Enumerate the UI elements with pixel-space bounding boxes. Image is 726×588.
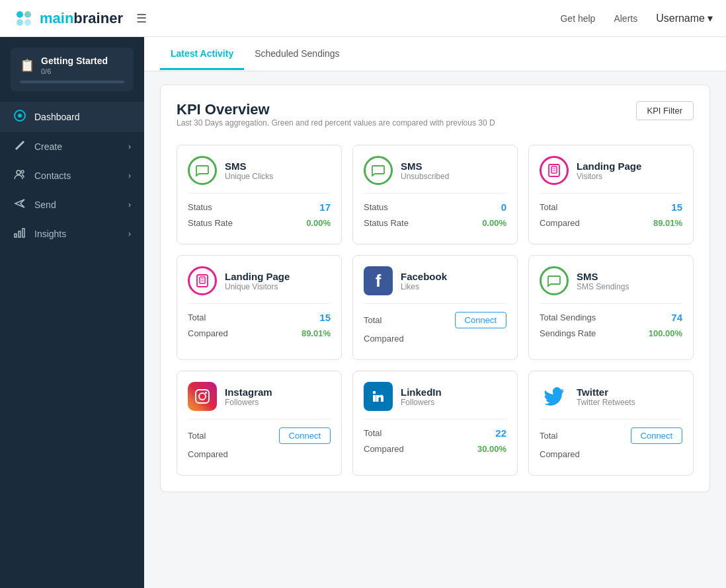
kpi-card-landing-page-unique: Landing Page Unique Visitors Total 15 Co… xyxy=(177,255,342,360)
kpi-value-total: 15 xyxy=(671,202,682,213)
kpi-card-sms-unique-clicks: SMS Unique Clicks Status 17 Status Rate … xyxy=(177,145,342,244)
contacts-icon xyxy=(13,169,26,182)
kpi-row-label: Compared xyxy=(540,218,580,228)
logo-icon xyxy=(13,8,34,29)
sidebar-item-create-label: Create xyxy=(34,141,120,152)
sidebar-item-dashboard[interactable]: Dashboard xyxy=(0,102,144,132)
kpi-value-compared: 89.01% xyxy=(653,218,682,228)
kpi-row-label: Total Sendings xyxy=(540,312,596,322)
kpi-card-name: LinkedIn xyxy=(401,386,442,398)
connect-button[interactable]: Connect xyxy=(279,427,331,444)
getting-started-section: 📋 Getting Started 0/6 xyxy=(0,37,144,96)
kpi-row: Total 22 xyxy=(364,427,506,439)
svg-point-0 xyxy=(17,11,23,18)
get-help-link[interactable]: Get help xyxy=(560,13,595,24)
kpi-row-label: Total xyxy=(188,312,206,322)
sms-icon xyxy=(540,266,569,295)
kpi-card-type: SMS Sendings xyxy=(577,282,629,291)
kpi-card-header: SMS Unique Clicks xyxy=(188,156,331,194)
kpi-card-name: Facebook xyxy=(401,271,447,282)
connect-button[interactable]: Connect xyxy=(631,427,682,444)
sidebar-item-send[interactable]: Send › xyxy=(0,190,144,219)
kpi-card-header: SMS Unsubscribed xyxy=(364,156,506,194)
kpi-card-header: Landing Page Visitors xyxy=(540,156,682,194)
landing-page-icon xyxy=(188,266,217,295)
sidebar-item-insights[interactable]: Insights › xyxy=(0,219,144,248)
kpi-value-compared: 30.00% xyxy=(477,444,506,454)
kpi-card-name: SMS xyxy=(401,161,449,172)
kpi-card-type: Followers xyxy=(401,398,442,407)
kpi-card-linkedin-followers: LinkedIn Followers Total 22 Compared 30.… xyxy=(352,371,518,476)
username-menu[interactable]: Username ▾ xyxy=(656,12,713,24)
kpi-filter-button[interactable]: KPI Filter xyxy=(636,101,694,120)
getting-started-box[interactable]: 📋 Getting Started 0/6 xyxy=(11,48,134,91)
kpi-row: Status 17 xyxy=(188,202,331,213)
getting-started-progress: 0/6 xyxy=(41,67,108,75)
alerts-link[interactable]: Alerts xyxy=(614,13,637,24)
kpi-card-header: Instagram Followers xyxy=(188,382,331,420)
connect-button[interactable]: Connect xyxy=(455,312,506,328)
linkedin-icon xyxy=(364,382,393,411)
contacts-arrow-icon: › xyxy=(128,171,131,180)
svg-rect-9 xyxy=(19,231,20,237)
kpi-card-header: Twitter Twitter Retweets xyxy=(540,382,682,420)
kpi-row-label: Total xyxy=(364,428,382,438)
kpi-card-name: Instagram xyxy=(225,386,272,398)
kpi-card-type: Unique Clicks xyxy=(225,172,273,181)
kpi-row: Compared xyxy=(188,449,331,459)
hamburger-icon[interactable]: ☰ xyxy=(136,11,147,26)
progress-bar-track xyxy=(20,81,124,83)
kpi-row: Compared 89.01% xyxy=(188,328,331,338)
topnav-right: Get help Alerts Username ▾ xyxy=(560,12,713,24)
svg-point-1 xyxy=(24,11,31,18)
svg-rect-12 xyxy=(551,166,557,173)
create-icon xyxy=(13,140,26,153)
kpi-row: Sendings Rate 100.00% xyxy=(540,328,682,338)
tab-scheduled-sendings[interactable]: Scheduled Sendings xyxy=(244,39,350,70)
svg-rect-15 xyxy=(196,390,209,403)
kpi-value-total: 15 xyxy=(319,312,331,323)
svg-point-3 xyxy=(24,19,31,26)
svg-point-7 xyxy=(21,170,24,173)
landing-page-icon xyxy=(540,156,569,185)
kpi-card-type: Visitors xyxy=(577,172,641,181)
kpi-row-label: Total xyxy=(540,431,557,441)
kpi-card-sms-sendings: SMS SMS Sendings Total Sendings 74 Sendi… xyxy=(528,255,694,360)
kpi-card-type: Twitter Retweets xyxy=(577,398,635,407)
sidebar-item-insights-label: Insights xyxy=(34,229,120,239)
kpi-subtitle: Last 30 Days aggregation. Green and red … xyxy=(177,118,495,128)
main-content: Latest Activity Scheduled Sendings KPI O… xyxy=(144,37,726,588)
kpi-card-header: LinkedIn Followers xyxy=(364,382,506,420)
kpi-row-label: Total xyxy=(364,315,382,325)
kpi-row-label: Compared xyxy=(540,449,580,459)
kpi-row: Compared xyxy=(364,334,506,344)
sidebar-item-create[interactable]: Create › xyxy=(0,132,144,161)
kpi-card-name: Landing Page xyxy=(577,161,641,172)
chevron-down-icon: ▾ xyxy=(707,12,713,24)
send-arrow-icon: › xyxy=(128,200,131,209)
kpi-row: Total 15 xyxy=(540,202,682,213)
kpi-card-sms-unsubscribed: SMS Unsubscribed Status 0 Status Rate 0.… xyxy=(352,145,518,244)
send-icon xyxy=(13,198,26,211)
kpi-value-compared: 100.00% xyxy=(649,328,682,338)
kpi-card-type: Unique Visitors xyxy=(225,282,290,291)
kpi-card-facebook-likes: f Facebook Likes Total Connect Compared xyxy=(352,255,518,360)
kpi-value-compared: 0.00% xyxy=(482,218,506,228)
sidebar-nav: Dashboard Create › xyxy=(0,96,144,588)
sidebar-item-contacts[interactable]: Contacts › xyxy=(0,161,144,190)
dashboard-icon xyxy=(13,110,26,124)
kpi-card-type: Followers xyxy=(225,398,272,407)
tab-latest-activity[interactable]: Latest Activity xyxy=(160,39,244,70)
kpi-card-header: f Facebook Likes xyxy=(364,266,506,304)
kpi-section: KPI Overview Last 30 Days aggregation. G… xyxy=(160,85,710,492)
kpi-card-name: Landing Page xyxy=(225,271,290,282)
kpi-value-compared: 89.01% xyxy=(302,328,331,338)
create-arrow-icon: › xyxy=(128,142,131,151)
kpi-row: Compared 89.01% xyxy=(540,218,682,228)
kpi-card-type: Likes xyxy=(401,282,447,291)
logo-text: mainbrainer xyxy=(40,10,123,27)
kpi-value-total: 74 xyxy=(671,312,682,323)
kpi-row: Total Connect xyxy=(188,427,331,444)
getting-started-icon: 📋 xyxy=(20,58,34,73)
sidebar-item-send-label: Send xyxy=(34,200,120,210)
